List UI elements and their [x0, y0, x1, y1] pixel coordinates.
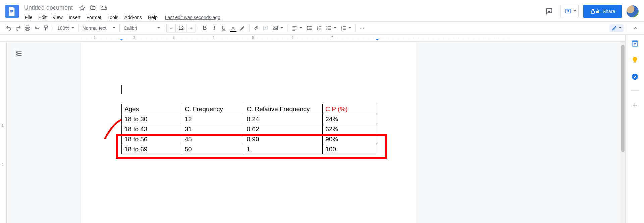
menu-view[interactable]: View [50, 13, 65, 21]
svg-rect-43 [632, 41, 638, 43]
font-size-input[interactable]: 12 [175, 24, 187, 32]
table-cell[interactable]: 100 [323, 144, 376, 154]
last-edit-link[interactable]: Last edit was seconds ago [165, 13, 220, 21]
table-cell[interactable]: 18 to 43 [122, 124, 182, 134]
zoom-dropdown[interactable]: 100% [55, 23, 76, 33]
chevron-down-icon [574, 8, 576, 14]
divider [631, 90, 639, 91]
table-cell[interactable]: 18 to 69 [122, 144, 182, 154]
table-cell[interactable]: 50 [182, 144, 244, 154]
menu-edit[interactable]: Edit [36, 13, 49, 21]
title-bar: Untitled document File Edit View Insert … [0, 0, 644, 21]
checklist-button[interactable] [314, 23, 324, 33]
present-button[interactable] [560, 5, 579, 18]
tasks-icon[interactable] [631, 73, 639, 82]
keep-icon[interactable] [631, 56, 639, 65]
ruler-tick: 2 [133, 36, 135, 40]
font-size-decrease[interactable]: − [167, 24, 175, 32]
bulleted-list-dropdown[interactable] [324, 23, 338, 33]
table-row[interactable]: 18 to 69 50 1 100 [122, 144, 376, 154]
table-cell[interactable]: 24% [323, 114, 376, 124]
menu-format[interactable]: Format [84, 13, 104, 21]
ruler-tick: 3 [173, 36, 175, 40]
star-icon[interactable] [79, 4, 86, 11]
table-cell[interactable]: 18 to 56 [122, 134, 182, 144]
vertical-scrollbar[interactable] [621, 42, 625, 223]
italic-button[interactable]: I [210, 23, 219, 33]
account-avatar[interactable] [627, 5, 639, 17]
font-size-increase[interactable]: + [187, 24, 196, 32]
zoom-value: 100% [57, 25, 69, 31]
get-addons-button[interactable]: ＋ [631, 99, 639, 110]
font-dropdown[interactable]: Calibri [122, 23, 162, 33]
add-comment-button[interactable] [261, 23, 270, 33]
document-page[interactable]: Ages C. Frequency C. Relative Frequency … [81, 42, 417, 223]
table-row[interactable]: 18 to 30 12 0.24 24% [122, 114, 376, 124]
chevron-down-icon [334, 25, 336, 31]
table-header-cell[interactable]: C. Relative Frequency [244, 104, 323, 114]
svg-rect-6 [591, 11, 594, 13]
document-title[interactable]: Untitled document [22, 4, 75, 12]
svg-rect-36 [16, 51, 17, 53]
table-header-row[interactable]: Ages C. Frequency C. Relative Frequency … [122, 104, 376, 114]
highlight-button[interactable] [238, 23, 247, 33]
insert-image-dropdown[interactable] [270, 23, 285, 33]
table-row[interactable]: 18 to 43 31 0.62 62% [122, 124, 376, 134]
collapse-toolbar-button[interactable] [631, 23, 640, 33]
table-cell[interactable]: 90% [323, 134, 376, 144]
bold-button[interactable]: B [200, 23, 210, 33]
text-color-button[interactable]: A [228, 23, 238, 33]
spellcheck-button[interactable] [32, 23, 42, 33]
scrollbar-thumb[interactable] [621, 45, 625, 152]
table-cell[interactable]: 45 [182, 134, 244, 144]
table-header-cell[interactable]: C. Frequency [182, 104, 244, 114]
table-row[interactable]: 18 to 56 45 0.90 90% [122, 134, 376, 144]
menu-help[interactable]: Help [145, 13, 160, 21]
calendar-icon[interactable]: 31 [631, 40, 639, 48]
print-button[interactable] [23, 23, 32, 33]
annotation-arrow [95, 104, 128, 171]
menu-insert[interactable]: Insert [66, 13, 83, 21]
menu-file[interactable]: File [22, 13, 35, 21]
ruler-tick: 5 [252, 36, 254, 40]
undo-button[interactable] [4, 23, 13, 33]
table-cell[interactable]: 0.90 [244, 134, 323, 144]
chevron-down-icon [280, 25, 283, 31]
more-tools-button[interactable]: ⋯ [358, 23, 367, 33]
paragraph-style-dropdown[interactable]: Normal text [80, 23, 117, 33]
line-spacing-dropdown[interactable] [304, 23, 314, 33]
table-cell[interactable]: 31 [182, 124, 244, 134]
table-header-cell[interactable]: Ages [122, 104, 182, 114]
align-dropdown[interactable] [289, 23, 304, 33]
chevron-down-icon [300, 25, 302, 31]
docs-logo-icon[interactable] [5, 5, 19, 18]
table-cell[interactable]: 62% [323, 124, 376, 134]
table-cell[interactable]: 0.62 [244, 124, 323, 134]
redo-button[interactable] [13, 23, 23, 33]
toolbar: 100% Normal text Calibri − 12 + B I U A … [0, 21, 644, 35]
numbered-list-dropdown[interactable]: 123 [338, 23, 353, 33]
share-button[interactable]: Share [583, 5, 622, 18]
vertical-ruler[interactable]: 1 2 [0, 42, 7, 223]
paint-format-button[interactable] [42, 23, 51, 33]
insert-link-button[interactable] [252, 23, 261, 33]
data-table[interactable]: Ages C. Frequency C. Relative Frequency … [121, 104, 376, 154]
editing-mode-dropdown[interactable] [609, 24, 624, 32]
menu-tools[interactable]: Tools [105, 13, 121, 21]
show-outline-button[interactable] [13, 48, 25, 60]
underline-button[interactable]: U [219, 23, 228, 33]
horizontal-ruler[interactable]: 1 2 3 4 5 6 7 [0, 35, 625, 42]
table-header-cell[interactable]: C P (%) [323, 104, 376, 114]
table-cell[interactable]: 1 [244, 144, 323, 154]
cloud-status-icon[interactable] [100, 4, 107, 11]
svg-rect-0 [10, 10, 13, 11]
svg-rect-1 [10, 11, 13, 12]
ruler-tick: 7 [331, 36, 333, 40]
move-icon[interactable] [90, 4, 96, 11]
table-cell[interactable]: 0.24 [244, 114, 323, 124]
menu-addons[interactable]: Add-ons [122, 13, 145, 21]
table-cell[interactable]: 18 to 30 [122, 114, 182, 124]
table-cell[interactable]: 12 [182, 114, 244, 124]
open-comments-button[interactable] [542, 5, 556, 18]
pencil-icon [611, 25, 618, 31]
